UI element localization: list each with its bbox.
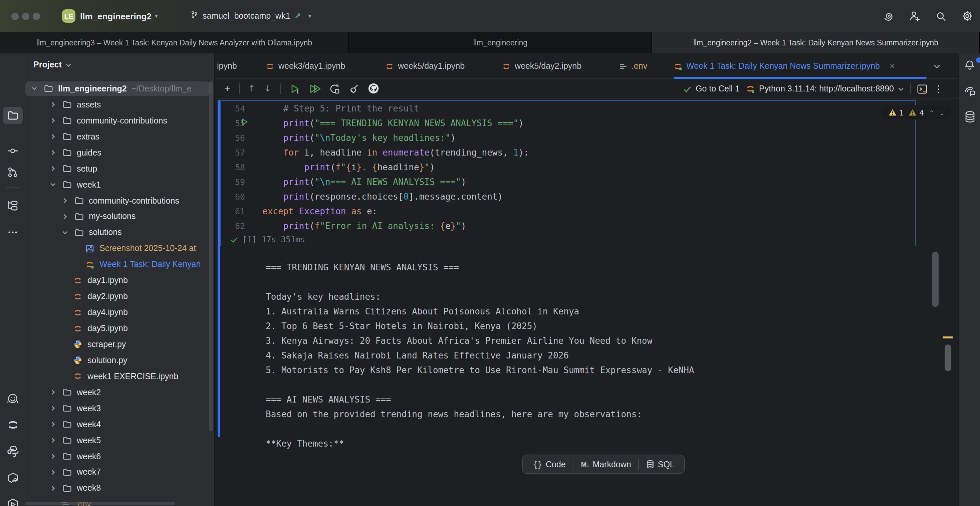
chevron-right-icon[interactable] xyxy=(50,134,56,140)
chevron-right-icon[interactable] xyxy=(50,437,56,443)
clear-outputs-icon[interactable] xyxy=(348,83,359,94)
tree-folder-row[interactable]: community-contributions xyxy=(25,113,215,129)
output-scrollbar[interactable] xyxy=(932,251,939,307)
run-cell-icon[interactable] xyxy=(290,83,300,94)
tree-file-row[interactable]: solution.py xyxy=(25,352,215,369)
tree-file-row[interactable]: week1 EXERCISE.ipynb xyxy=(25,369,215,385)
inspections-widget[interactable]: 1 4 ⌃ ⌃ xyxy=(883,105,951,119)
code-line[interactable]: 57 for i, headline in enumerate(trending… xyxy=(221,145,915,159)
window-tab[interactable]: llm_engineering3 – Week 1 Task: Kenyan D… xyxy=(0,32,349,53)
tree-folder-row[interactable]: week4 xyxy=(25,416,215,432)
more-options-icon[interactable]: ⋮ xyxy=(934,83,943,94)
minimize-window-icon[interactable] xyxy=(22,12,29,20)
open-jupyter-console-icon[interactable] xyxy=(916,83,928,94)
tree-horizontal-scrollbar[interactable] xyxy=(25,502,175,504)
chevron-right-icon[interactable] xyxy=(50,390,56,396)
chevron-right-icon[interactable] xyxy=(50,421,56,427)
chevron-right-icon[interactable] xyxy=(62,197,68,204)
run-all-cells-icon[interactable] xyxy=(309,83,320,94)
window-tab-active[interactable]: llm_engineering2 – Week 1 Task: Daily Ke… xyxy=(652,32,980,53)
chevron-right-icon[interactable] xyxy=(50,485,56,491)
tree-folder-row[interactable]: week8 xyxy=(25,480,215,496)
run-line-icon[interactable] xyxy=(241,118,248,127)
add-sql-cell-button[interactable]: SQL xyxy=(639,455,682,473)
move-cell-up-icon[interactable]: ↑ xyxy=(248,83,256,94)
structure-tool-icon[interactable] xyxy=(0,200,25,212)
code-line[interactable]: 60 print(response.choices[0].message.con… xyxy=(221,189,915,204)
add-user-icon[interactable] xyxy=(908,10,921,22)
window-controls[interactable] xyxy=(11,12,40,20)
search-icon[interactable] xyxy=(935,10,947,22)
services-tool-icon[interactable] xyxy=(0,498,25,506)
tab-list-chevron-icon[interactable] xyxy=(933,53,940,79)
restart-kernel-icon[interactable] xyxy=(329,83,339,94)
move-cell-down-icon[interactable]: ↓ xyxy=(264,83,271,94)
chevron-right-icon[interactable] xyxy=(50,453,56,459)
huggingface-tool-icon[interactable] xyxy=(0,393,25,406)
more-tools-icon[interactable] xyxy=(0,227,25,238)
zoom-window-icon[interactable] xyxy=(33,12,40,20)
editor-tab[interactable]: week5/day2.ipynb xyxy=(502,53,597,79)
code-line[interactable]: 62 print(f"Error in AI analysis: {e}") xyxy=(221,218,915,233)
tree-folder-row[interactable]: extras xyxy=(25,129,215,145)
add-code-cell-button[interactable]: {}Code xyxy=(525,455,573,473)
chevron-right-icon[interactable] xyxy=(50,165,56,172)
tree-file-row[interactable]: day2.ipynb xyxy=(25,288,215,304)
editor-tab[interactable]: Week 1 Task: Daily Kenyan News Summarize… xyxy=(674,53,927,79)
tree-file-row[interactable]: scraper.py xyxy=(25,336,215,352)
settings-gear-icon[interactable] xyxy=(961,10,973,22)
tree-folder-row[interactable]: llm_engineering2~/Desktop/llm_e xyxy=(25,81,215,97)
close-tab-icon[interactable]: ✕ xyxy=(889,62,895,70)
chevron-right-icon[interactable] xyxy=(50,102,56,108)
tree-file-row[interactable]: day1.ipynb xyxy=(25,273,215,289)
tree-folder-row[interactable]: week2 xyxy=(25,385,215,401)
tree-folder-row[interactable]: assets xyxy=(25,97,215,113)
tree-file-row[interactable]: day5.ipynb xyxy=(25,320,215,336)
code-line[interactable]: 58 print(f"{i}. {headline}") xyxy=(221,159,915,174)
editor-tab[interactable]: week5/day1.ipynb xyxy=(385,53,480,79)
chevron-right-icon[interactable] xyxy=(50,118,56,124)
project-tool-icon[interactable] xyxy=(0,110,25,121)
tree-folder-row[interactable]: my-solutions xyxy=(25,208,215,224)
tree-vertical-scrollbar[interactable] xyxy=(209,81,213,431)
ai-chat-icon[interactable] xyxy=(959,86,980,97)
pull-requests-tool-icon[interactable] xyxy=(0,166,25,178)
code-line[interactable]: 59 print("\n=== AI NEWS ANALYSIS ===") xyxy=(221,174,915,189)
commit-tool-icon[interactable] xyxy=(0,145,25,157)
code-line[interactable]: 55 print("=== TRENDING KENYAN NEWS ANALY… xyxy=(221,116,915,130)
tree-folder-row[interactable]: week5 xyxy=(25,432,215,448)
code-line[interactable]: 54 # Step 5: Print the result xyxy=(221,101,915,116)
error-stripe-warning-mark[interactable] xyxy=(943,336,953,339)
chevron-right-icon[interactable] xyxy=(50,469,56,475)
tree-file-row[interactable]: day4.ipynb xyxy=(25,304,215,320)
editor-tab[interactable]: week3/day1.ipynb xyxy=(266,53,366,79)
chevron-down-icon[interactable] xyxy=(31,86,37,92)
code-line[interactable]: 61except Exception as e: xyxy=(221,204,915,218)
close-window-icon[interactable] xyxy=(11,12,19,20)
jupyter-tool-icon[interactable] xyxy=(0,418,25,431)
previous-warning-icon[interactable]: ⌃ xyxy=(929,109,934,116)
chevron-right-icon[interactable] xyxy=(50,150,56,156)
project-selector[interactable]: llm_engineering2 xyxy=(80,11,151,21)
add-markdown-cell-button[interactable]: M↓Markdown xyxy=(574,455,638,473)
notifications-bell-icon[interactable] xyxy=(959,59,980,71)
add-cell-icon[interactable]: + xyxy=(224,83,230,94)
github-icon[interactable] xyxy=(368,83,379,94)
tree-folder-row[interactable]: setup xyxy=(25,161,215,177)
python-console-tool-icon[interactable] xyxy=(0,472,25,485)
window-tab[interactable]: llm_engineering xyxy=(349,32,652,53)
tree-file-row[interactable]: Week 1 Task: Daily Kenyan xyxy=(25,257,215,273)
chevron-down-icon[interactable] xyxy=(62,230,68,235)
project-panel-header[interactable]: Project xyxy=(33,57,72,73)
code-cell[interactable]: 54 # Step 5: Print the result55 print("=… xyxy=(220,100,916,246)
tree-folder-row[interactable]: community-contributions xyxy=(25,193,215,208)
ai-assistant-icon[interactable] xyxy=(883,10,894,22)
chevron-down-icon[interactable] xyxy=(50,181,56,188)
code-line[interactable]: 56 print("\nToday's key headlines:") xyxy=(221,130,915,145)
jupyter-server-selector[interactable]: Python 3.11.14: http://localhost:8890 xyxy=(746,84,904,94)
python-packages-tool-icon[interactable] xyxy=(0,445,25,458)
chevron-right-icon[interactable] xyxy=(62,213,68,220)
tree-folder-row[interactable]: week6 xyxy=(25,448,215,464)
editor-tab[interactable]: ipynb xyxy=(217,53,249,79)
editor-tab[interactable]: .env xyxy=(619,53,659,79)
